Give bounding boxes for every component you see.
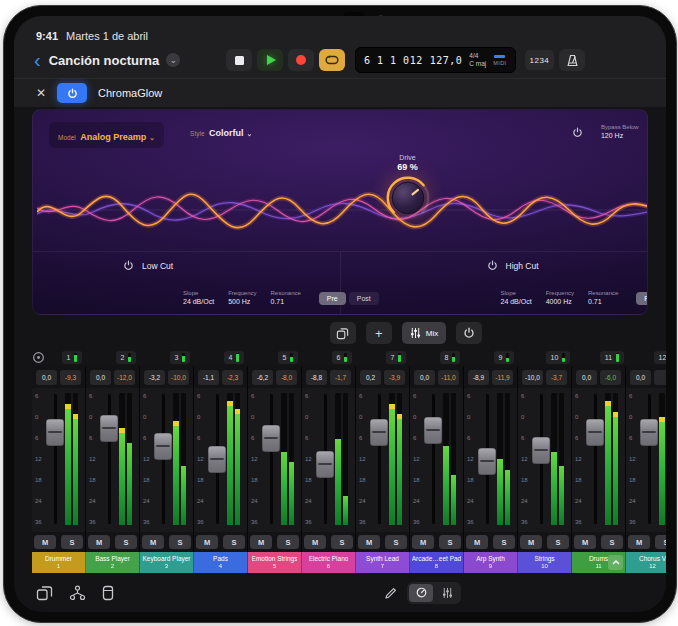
solo-button[interactable]: S xyxy=(655,535,666,549)
track-number-chip[interactable]: 2 xyxy=(99,351,153,364)
mute-button[interactable]: M xyxy=(304,535,326,549)
mute-button[interactable]: M xyxy=(412,535,434,549)
mix-view-button[interactable]: Mix xyxy=(402,322,446,344)
mixer-power-button[interactable] xyxy=(456,322,482,344)
low-cut-resonance[interactable]: Resonance 0.71 xyxy=(271,290,301,305)
high-cut-frequency[interactable]: Frequency 4000 Hz xyxy=(546,290,574,305)
pan-value[interactable]: 0,2 xyxy=(360,370,381,385)
drive-knob[interactable] xyxy=(385,175,431,221)
fader-handle[interactable] xyxy=(46,419,64,446)
add-track-button[interactable]: + xyxy=(366,322,392,344)
title-chevron-down-icon[interactable]: ⌄ xyxy=(166,53,180,67)
solo-button[interactable]: S xyxy=(115,535,137,549)
track-name-label[interactable]: Strings 10 xyxy=(518,552,572,573)
high-cut-power-icon[interactable] xyxy=(487,260,498,271)
track-name-label[interactable]: Emotion Strings 5 xyxy=(248,552,302,573)
volume-value[interactable]: -3,9 xyxy=(384,370,405,385)
track-number-chip[interactable]: 12 xyxy=(639,351,666,364)
mixer-view-button[interactable] xyxy=(435,584,459,602)
pan-value[interactable]: 0,0 xyxy=(90,370,111,385)
volume-value[interactable]: -6,0 xyxy=(600,370,621,385)
pan-value[interactable]: -1,1 xyxy=(198,370,219,385)
mute-button[interactable]: M xyxy=(628,535,650,549)
fader-handle[interactable] xyxy=(316,451,334,478)
track-number-chip[interactable]: 9 xyxy=(477,351,531,364)
song-title[interactable]: Canción nocturna xyxy=(49,53,160,68)
lcd-display[interactable]: 6 1 1 012 127,0 4/4 C maj MIDI xyxy=(355,47,516,73)
pan-value[interactable]: 0,0 xyxy=(414,370,435,385)
smart-controls-button[interactable] xyxy=(409,584,433,602)
mute-button[interactable]: M xyxy=(520,535,542,549)
track-number-chip[interactable]: 3 xyxy=(153,351,207,364)
solo-button[interactable]: S xyxy=(493,535,515,549)
solo-button[interactable]: S xyxy=(277,535,299,549)
pan-value[interactable]: 0,0 xyxy=(630,370,651,385)
stop-button[interactable] xyxy=(226,49,252,71)
solo-button[interactable]: S xyxy=(601,535,623,549)
duplicate-button[interactable] xyxy=(330,322,356,344)
fader-handle[interactable] xyxy=(424,417,442,444)
mute-button[interactable]: M xyxy=(88,535,110,549)
fader-handle[interactable] xyxy=(640,419,658,446)
high-cut-resonance[interactable]: Resonance 0.71 xyxy=(588,290,618,305)
track-name-label[interactable]: Bass Player 2 xyxy=(86,552,140,573)
volume-value[interactable]: -10,0 xyxy=(168,370,189,385)
pan-value[interactable]: 0,0 xyxy=(36,370,57,385)
track-name-label[interactable]: Drummer 1 xyxy=(32,552,86,573)
track-number-chip[interactable]: 8 xyxy=(423,351,477,364)
track-number-chip[interactable]: 7 xyxy=(369,351,423,364)
signal-flow-icon[interactable] xyxy=(69,585,86,601)
volume-value[interactable]: -11,0 xyxy=(438,370,459,385)
pan-value[interactable]: -3,2 xyxy=(144,370,165,385)
high-cut-slope[interactable]: Slope 24 dB/Oct xyxy=(501,290,532,305)
browser-cards-icon[interactable] xyxy=(36,585,53,601)
close-plugin-icon[interactable]: ✕ xyxy=(36,86,46,100)
volume-value[interactable]: -11,9 xyxy=(492,370,513,385)
track-name-label[interactable]: Arp Synth 9 xyxy=(464,552,518,573)
track-name-label[interactable]: Synth Lead 7 xyxy=(356,552,410,573)
bypass-power-button[interactable] xyxy=(572,127,583,138)
track-name-label[interactable]: Arcade…eet Pad 8 xyxy=(410,552,464,573)
fader-handle[interactable] xyxy=(532,437,550,464)
mute-button[interactable]: M xyxy=(574,535,596,549)
fader-handle[interactable] xyxy=(154,433,172,460)
track-number-chip[interactable]: 10 xyxy=(531,351,585,364)
pencil-icon[interactable] xyxy=(384,586,398,600)
record-button[interactable] xyxy=(288,49,314,71)
back-button[interactable]: ‹ xyxy=(34,50,41,70)
play-button[interactable] xyxy=(257,49,283,71)
mute-button[interactable]: M xyxy=(142,535,164,549)
track-number-chip[interactable]: 1 xyxy=(45,351,99,364)
solo-button[interactable]: S xyxy=(61,535,83,549)
model-selector[interactable]: Model Analog Preamp⌄ xyxy=(49,122,164,148)
pan-value[interactable]: -8,8 xyxy=(306,370,327,385)
solo-button[interactable]: S xyxy=(223,535,245,549)
solo-button[interactable]: S xyxy=(169,535,191,549)
fader-handle[interactable] xyxy=(208,446,226,473)
collapse-chevron-up-icon[interactable] xyxy=(608,555,623,570)
plugin-power-button[interactable] xyxy=(57,83,87,103)
metronome-button[interactable] xyxy=(559,49,585,71)
volume-value[interactable] xyxy=(654,370,666,385)
track-cell-icon[interactable] xyxy=(102,585,114,601)
style-selector[interactable]: Style Colorful⌄ xyxy=(190,122,252,140)
high-cut-pre-button[interactable]: Pre xyxy=(636,292,648,305)
volume-value[interactable]: -12,0 xyxy=(114,370,135,385)
track-name-label[interactable]: Keyboard Player 3 xyxy=(140,552,194,573)
track-number-chip[interactable]: 6 xyxy=(315,351,369,364)
fader-handle[interactable] xyxy=(100,415,118,442)
low-cut-power-icon[interactable] xyxy=(123,260,134,271)
solo-button[interactable]: S xyxy=(385,535,407,549)
mute-button[interactable]: M xyxy=(250,535,272,549)
pan-value[interactable]: 0,0 xyxy=(576,370,597,385)
mute-button[interactable]: M xyxy=(466,535,488,549)
mute-button[interactable]: M xyxy=(358,535,380,549)
solo-button[interactable]: S xyxy=(439,535,461,549)
low-cut-slope[interactable]: Slope 24 dB/Oct xyxy=(183,290,214,305)
track-number-chip[interactable]: 5 xyxy=(261,351,315,364)
pan-value[interactable]: -6,2 xyxy=(252,370,273,385)
volume-value[interactable]: -2,3 xyxy=(222,370,243,385)
fader-handle[interactable] xyxy=(370,419,388,446)
fader-handle[interactable] xyxy=(478,448,496,475)
pan-value[interactable]: -10,0 xyxy=(522,370,543,385)
